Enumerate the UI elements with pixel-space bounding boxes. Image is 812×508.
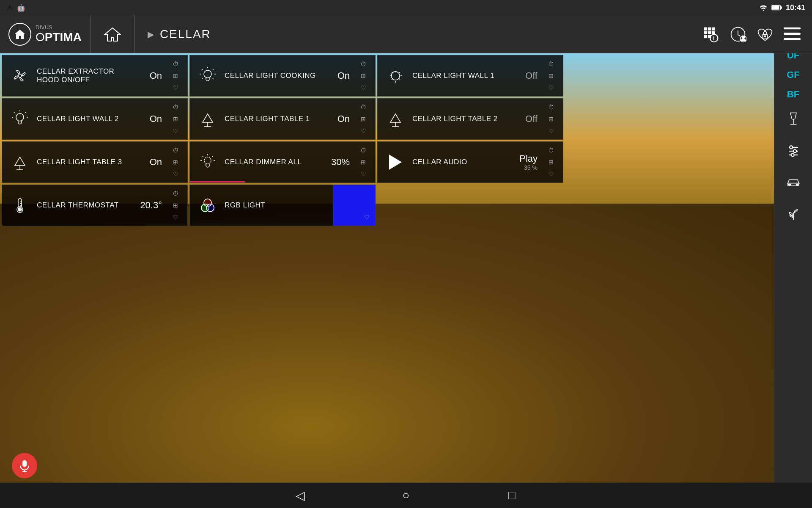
- svg-point-64: [18, 208, 22, 211]
- grid-icon-3: ⊞: [546, 71, 556, 81]
- svg-point-26: [793, 149, 796, 152]
- audio-card[interactable]: CELLAR AUDIO Play 35 % ⏱ ⊞ ♡: [377, 141, 563, 183]
- status-bar: ⚠ 🤖 10:41: [0, 0, 812, 15]
- grid-icon-10: ⊞: [170, 200, 181, 210]
- svg-point-41: [16, 113, 24, 121]
- fan-icon: [9, 65, 31, 87]
- svg-rect-6: [704, 31, 707, 34]
- heart-icon-5: ♡: [358, 126, 368, 136]
- svg-rect-71: [22, 460, 27, 467]
- nav-bar: DIVUS OPTIMA ▶ CELLAR i: [0, 15, 812, 53]
- svg-rect-4: [708, 27, 711, 30]
- heart-icon-9: ♡: [546, 169, 556, 179]
- clock-icon-6: ⏱: [546, 102, 556, 112]
- svg-rect-29: [788, 184, 790, 185]
- svg-point-31: [18, 74, 22, 77]
- rgb-light-card[interactable]: RGB LIGHT ♡: [189, 185, 376, 226]
- svg-rect-5: [712, 27, 715, 30]
- light-cooking-side: ⏱ ⊞ ♡: [358, 59, 368, 93]
- svg-rect-2: [772, 6, 779, 9]
- light-wall-1-value: Off: [512, 70, 538, 81]
- light-wall-2-value: On: [137, 113, 162, 124]
- grid-icon-4: ⊞: [170, 114, 181, 124]
- grid-icon-9: ⊞: [546, 157, 556, 167]
- svg-point-17: [765, 36, 766, 37]
- light-cooking-value: On: [324, 70, 350, 81]
- svg-rect-3: [704, 27, 707, 30]
- right-sidebar: UF GF BF: [774, 15, 812, 483]
- table-lamp-2-icon: [384, 108, 406, 130]
- clock-icon-4: ⏱: [170, 102, 181, 112]
- extractor-card[interactable]: CELLAR EXTRACTOR HOOD ON/OFF On ⏱ ⊞ ♡: [2, 55, 188, 97]
- audio-label: CELLAR AUDIO: [412, 158, 506, 166]
- svg-point-32: [204, 70, 211, 78]
- lamp-wall-icon: [384, 65, 406, 87]
- heart-icon-2: ♡: [358, 83, 368, 93]
- nav-home-button-bottom[interactable]: ○: [395, 485, 417, 506]
- wall1-side: ⏱ ⊞ ♡: [546, 59, 556, 93]
- status-bar-left: ⚠ 🤖: [7, 4, 25, 12]
- sidebar-item-car[interactable]: [776, 168, 810, 197]
- heart-icon-3: ♡: [546, 83, 556, 93]
- optima-text: OPTIMA: [36, 30, 82, 44]
- light-cooking-card[interactable]: CELLAR LIGHT COOKING On ⏱ ⊞ ♡: [189, 55, 376, 97]
- light-cooking-label: CELLAR LIGHT COOKING: [225, 72, 318, 80]
- svg-point-11: [710, 34, 718, 42]
- svg-rect-19: [784, 33, 801, 35]
- nav-logo[interactable]: DIVUS OPTIMA: [0, 15, 91, 53]
- svg-rect-20: [784, 38, 801, 40]
- thermostat-side: ⏱ ⊞ ♡: [170, 188, 181, 222]
- dimmer-all-label: CELLAR DIMMER ALL: [225, 158, 318, 166]
- sidebar-item-plant[interactable]: [776, 199, 810, 229]
- controls-grid: CELLAR EXTRACTOR HOOD ON/OFF On ⏱ ⊞ ♡: [0, 53, 565, 271]
- light-wall-1-card[interactable]: CELLAR LIGHT WALL 1 Off ⏱ ⊞ ♡: [377, 55, 563, 97]
- thermostat-card[interactable]: CELLAR THERMOSTAT 20.3° ⏱ ⊞ ♡: [2, 185, 188, 226]
- nav-back-button[interactable]: ◁: [290, 485, 311, 506]
- sidebar-label-bf[interactable]: BF: [787, 86, 799, 103]
- light-wall-2-card[interactable]: CELLAR LIGHT WALL 2 On ⏱ ⊞ ♡: [2, 98, 188, 140]
- svg-text:i: i: [713, 35, 714, 41]
- svg-line-39: [202, 78, 203, 79]
- sidebar-item-controls[interactable]: [776, 136, 810, 166]
- bulb-wall2-icon: [9, 108, 31, 130]
- main-content: CELLAR EXTRACTOR HOOD ON/OFF On ⏱ ⊞ ♡: [0, 53, 774, 483]
- clock-icon-7: ⏱: [170, 145, 181, 155]
- light-table-2-card[interactable]: CELLAR LIGHT TABLE 2 Off ⏱ ⊞ ♡: [377, 98, 563, 140]
- light-table-3-card[interactable]: CELLAR LIGHT TABLE 3 On ⏱ ⊞ ♡: [2, 141, 188, 183]
- svg-point-53: [204, 157, 211, 164]
- light-wall-2-label: CELLAR LIGHT WALL 2: [37, 115, 131, 123]
- clock-icon-5: ⏱: [358, 102, 368, 112]
- light-table-1-card[interactable]: CELLAR LIGHT TABLE 1 On ⏱ ⊞ ♡: [189, 98, 376, 140]
- nav-home-button[interactable]: [91, 15, 135, 53]
- nav-recent-button[interactable]: □: [501, 485, 522, 506]
- svg-point-15: [742, 36, 744, 38]
- svg-point-28: [791, 153, 794, 156]
- heart-lock-button[interactable]: [754, 23, 776, 46]
- dimmer-all-card[interactable]: CELLAR DIMMER ALL 30% ⏱ ⊞ ♡: [189, 141, 376, 183]
- status-time: 10:41: [786, 3, 805, 12]
- clock-icon-2: ⏱: [358, 59, 368, 69]
- svg-rect-7: [708, 31, 711, 34]
- nav-actions: i: [700, 23, 812, 46]
- svg-rect-9: [704, 35, 707, 38]
- clock-icon-8: ⏱: [358, 145, 368, 155]
- clock-user-button[interactable]: [727, 23, 749, 46]
- grid-icon-5: ⊞: [358, 114, 368, 124]
- heart-side-icon: ♡: [170, 83, 181, 93]
- mic-button[interactable]: [12, 453, 37, 478]
- sidebar-label-gf[interactable]: GF: [787, 66, 800, 84]
- menu-button[interactable]: [781, 23, 804, 46]
- sidebar-item-wine[interactable]: [776, 105, 810, 135]
- dimmer-side: ⏱ ⊞ ♡: [358, 145, 368, 179]
- logo-text: DIVUS OPTIMA: [36, 24, 82, 44]
- bulb-cooking-icon: [197, 65, 219, 87]
- dimmer-all-value: 30%: [324, 157, 350, 168]
- light-wall-1-label: CELLAR LIGHT WALL 1: [412, 72, 506, 80]
- heart-icon-4: ♡: [170, 126, 181, 136]
- home-logo-icon: [8, 23, 31, 46]
- grid-info-button[interactable]: i: [700, 23, 722, 46]
- bottom-nav: ◁ ○ □: [0, 483, 812, 508]
- audio-value: Play: [512, 153, 538, 164]
- status-bar-right: 10:41: [759, 3, 805, 12]
- svg-rect-18: [784, 27, 801, 29]
